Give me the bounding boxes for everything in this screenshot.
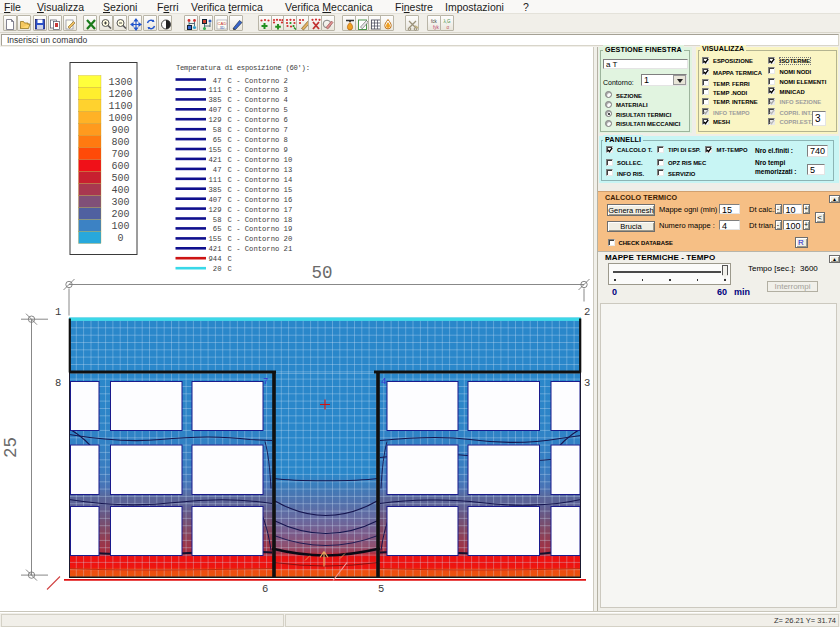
svg-text:7: 7 [263, 376, 268, 386]
svg-text:3: 3 [584, 376, 590, 388]
svg-text:700: 700 [111, 149, 129, 160]
svg-text:C - Contorno 13: C - Contorno 13 [228, 165, 293, 173]
svg-text:6: 6 [262, 582, 268, 594]
svg-text:C - Contorno 20: C - Contorno 20 [228, 235, 293, 243]
svg-text:C - Contorno 6: C - Contorno 6 [228, 116, 288, 124]
svg-text:3D: 3D [219, 25, 224, 29]
svg-text:421: 421 [209, 155, 222, 163]
svg-text:C - Contorno 2: C - Contorno 2 [228, 76, 288, 84]
svg-text:fck: fck [431, 19, 438, 24]
svg-text:α: α [446, 25, 449, 30]
svg-text:1100: 1100 [108, 101, 132, 112]
svg-text:C - Contorno 21: C - Contorno 21 [228, 245, 293, 253]
svg-text:C: C [228, 255, 233, 263]
svg-text:129: 129 [209, 205, 222, 213]
svg-text:25: 25 [1, 436, 21, 457]
svg-text:λ,G: λ,G [443, 19, 451, 24]
svg-text:65: 65 [213, 225, 222, 233]
svg-text:1: 1 [55, 305, 61, 317]
svg-text:47: 47 [213, 76, 222, 84]
svg-text:111: 111 [209, 175, 222, 183]
svg-text:1000: 1000 [108, 113, 132, 124]
svg-text:C - Contorno 19: C - Contorno 19 [228, 225, 293, 233]
svg-text:300: 300 [111, 197, 129, 208]
svg-text:1300: 1300 [108, 77, 132, 88]
svg-text:5: 5 [378, 582, 384, 594]
svg-text:129: 129 [209, 116, 222, 124]
svg-text:407: 407 [209, 195, 222, 203]
svg-text:944: 944 [209, 255, 222, 263]
svg-text:C - Contorno 17: C - Contorno 17 [228, 205, 293, 213]
svg-text:2: 2 [584, 305, 590, 317]
svg-text:500: 500 [111, 173, 129, 184]
svg-text:20: 20 [213, 265, 222, 273]
svg-text:C - Contorno 4: C - Contorno 4 [228, 96, 288, 104]
svg-text:50: 50 [311, 262, 332, 282]
svg-text:58: 58 [213, 126, 222, 134]
svg-text:C: C [228, 265, 233, 273]
svg-text:C - Contorno 5: C - Contorno 5 [228, 106, 288, 114]
svg-text:65: 65 [213, 136, 222, 144]
svg-text:C - Contorno 9: C - Contorno 9 [228, 146, 288, 154]
svg-text:900: 900 [111, 125, 129, 136]
svg-text:8: 8 [55, 376, 61, 388]
svg-text:58: 58 [213, 215, 222, 223]
svg-text:47: 47 [213, 165, 222, 173]
svg-text:100: 100 [111, 221, 129, 232]
svg-text:Temperatura di esposizione (60: Temperatura di esposizione (60'): [176, 63, 310, 71]
svg-text:155: 155 [209, 146, 222, 154]
svg-text:385: 385 [209, 185, 222, 193]
svg-text:155: 155 [209, 235, 222, 243]
svg-text:C - Contorno 10: C - Contorno 10 [228, 155, 293, 163]
svg-text:fyk: fyk [433, 25, 440, 30]
svg-text:4: 4 [381, 376, 386, 386]
svg-text:0: 0 [117, 233, 123, 244]
svg-text:C - Contorno 14: C - Contorno 14 [228, 175, 293, 183]
svg-text:111: 111 [209, 86, 222, 94]
svg-text:200: 200 [111, 209, 129, 220]
svg-text:1200: 1200 [108, 89, 132, 100]
svg-text:C - Contorno 15: C - Contorno 15 [228, 185, 293, 193]
svg-text:800: 800 [111, 137, 129, 148]
svg-text:C - Contorno 18: C - Contorno 18 [228, 215, 293, 223]
svg-text:600: 600 [111, 161, 129, 172]
svg-text:385: 385 [209, 96, 222, 104]
svg-text:C - Contorno 16: C - Contorno 16 [228, 195, 293, 203]
svg-text:400: 400 [111, 185, 129, 196]
svg-text:C - Contorno 3: C - Contorno 3 [228, 86, 288, 94]
svg-text:407: 407 [209, 106, 222, 114]
svg-text:C - Contorno 7: C - Contorno 7 [228, 126, 288, 134]
svg-text:421: 421 [209, 245, 222, 253]
svg-text:C - Contorno 8: C - Contorno 8 [228, 136, 288, 144]
